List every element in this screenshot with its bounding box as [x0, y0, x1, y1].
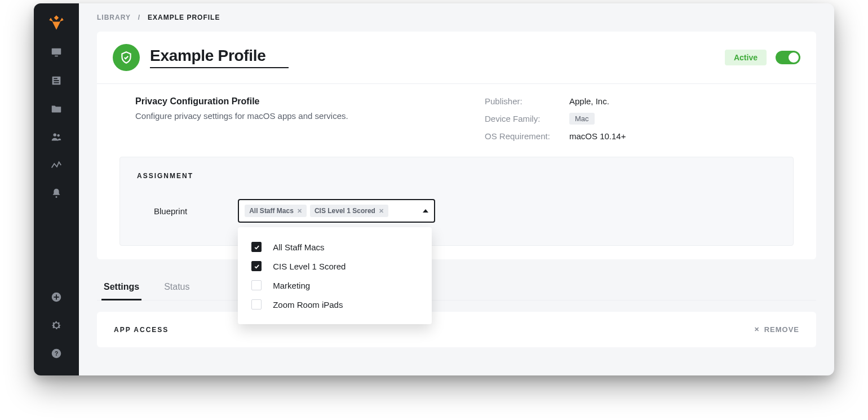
- svg-point-6: [54, 134, 57, 137]
- status-badge: Active: [725, 50, 767, 65]
- checkbox-checked-icon[interactable]: [251, 242, 262, 252]
- shield-icon: [113, 44, 140, 71]
- breadcrumb-separator: /: [138, 14, 140, 21]
- svg-text:?: ?: [55, 351, 58, 357]
- dropdown-option-label: All Staff Macs: [273, 242, 324, 252]
- chip-remove-icon[interactable]: ✕: [379, 207, 384, 215]
- chip-remove-icon[interactable]: ✕: [297, 207, 302, 215]
- assignment-row: Blueprint All Staff Macs ✕ CIS Level 1 S…: [137, 199, 776, 223]
- active-toggle[interactable]: [776, 51, 800, 64]
- activity-icon[interactable]: [50, 159, 63, 171]
- gear-icon[interactable]: [50, 319, 63, 331]
- dropdown-option-label: Zoom Room iPads: [273, 300, 343, 310]
- profile-description: Privacy Configuration Profile Configure …: [135, 96, 451, 141]
- profile-card: Example Profile Active Privacy Configura…: [97, 32, 816, 259]
- dropdown-option[interactable]: CIS Level 1 Scored: [238, 257, 432, 276]
- help-icon[interactable]: ?: [50, 347, 63, 360]
- dropdown-option-label: CIS Level 1 Scored: [273, 262, 346, 271]
- svg-point-7: [57, 134, 59, 136]
- svg-rect-3: [54, 78, 57, 79]
- remove-button-label: REMOVE: [764, 325, 799, 334]
- dropdown-option[interactable]: Marketing: [238, 276, 432, 295]
- blueprint-chip-label: All Staff Macs: [249, 207, 294, 215]
- breadcrumb: LIBRARY / EXAMPLE PROFILE: [79, 3, 834, 32]
- profile-details: Publisher: Apple, Inc. Device Family: Ma…: [485, 96, 721, 141]
- breadcrumb-current: EXAMPLE PROFILE: [148, 14, 220, 21]
- sidebar-nav-top: [50, 46, 63, 291]
- svg-point-8: [56, 196, 57, 198]
- publisher-label: Publisher:: [485, 96, 569, 106]
- svg-rect-1: [55, 56, 58, 57]
- svg-rect-4: [54, 80, 59, 81]
- bee-icon: [47, 13, 66, 32]
- tabs: Settings Status: [97, 276, 816, 300]
- os-req-value: macOS 10.14+: [569, 131, 721, 141]
- dropdown-option-label: Marketing: [273, 281, 310, 290]
- app-logo[interactable]: [46, 12, 67, 33]
- add-icon[interactable]: [50, 291, 63, 303]
- content-area: LIBRARY / EXAMPLE PROFILE Example Profil…: [79, 3, 834, 375]
- app-access-card: APP ACCESS ✕ REMOVE: [97, 312, 816, 347]
- folder-icon[interactable]: [50, 103, 63, 115]
- breadcrumb-root[interactable]: LIBRARY: [97, 14, 131, 21]
- device-family-chip: Mac: [569, 113, 595, 125]
- page-title[interactable]: Example Profile: [150, 47, 289, 68]
- close-icon: ✕: [754, 326, 760, 333]
- checkbox-checked-icon[interactable]: [251, 261, 262, 271]
- blueprint-chip-label: CIS Level 1 Scored: [315, 207, 375, 215]
- dropdown-option[interactable]: All Staff Macs: [238, 237, 432, 257]
- profile-meta: Privacy Configuration Profile Configure …: [97, 84, 816, 157]
- caret-up-icon: [423, 209, 428, 213]
- blueprint-chip: All Staff Macs ✕: [245, 205, 307, 217]
- svg-rect-5: [54, 82, 59, 83]
- profile-description-text: Configure privacy settings for macOS app…: [135, 111, 451, 121]
- os-req-label: OS Requirement:: [485, 131, 569, 141]
- checkbox-unchecked-icon[interactable]: [251, 299, 262, 310]
- checkbox-unchecked-icon[interactable]: [251, 280, 262, 290]
- publisher-value: Apple, Inc.: [569, 96, 721, 106]
- blueprint-dropdown: All Staff Macs CIS Level 1 Scored Mark: [238, 227, 432, 324]
- profile-header: Example Profile Active: [97, 32, 816, 84]
- sidebar: ?: [34, 3, 79, 375]
- svg-rect-11: [54, 297, 59, 298]
- blueprint-select[interactable]: All Staff Macs ✕ CIS Level 1 Scored ✕: [238, 199, 435, 223]
- assignment-heading: ASSIGNMENT: [137, 172, 776, 180]
- tab-status[interactable]: Status: [162, 276, 192, 300]
- header-actions: Active: [725, 50, 800, 65]
- sidebar-nav-bottom: ?: [50, 291, 63, 366]
- svg-rect-0: [52, 48, 61, 55]
- profile-subtitle: Privacy Configuration Profile: [135, 96, 451, 107]
- bell-icon[interactable]: [50, 187, 63, 200]
- blueprint-label: Blueprint: [154, 206, 187, 216]
- devices-icon[interactable]: [50, 46, 63, 59]
- tabs-area: Settings Status: [97, 276, 816, 300]
- app-access-heading: APP ACCESS: [114, 326, 169, 334]
- remove-button[interactable]: ✕ REMOVE: [754, 325, 799, 334]
- assignment-panel: ASSIGNMENT Blueprint All Staff Macs ✕ CI…: [119, 157, 794, 246]
- dropdown-option[interactable]: Zoom Room iPads: [238, 295, 432, 314]
- blueprint-chip: CIS Level 1 Scored ✕: [310, 205, 388, 217]
- users-icon[interactable]: [50, 131, 63, 143]
- app-window: ? LIBRARY / EXAMPLE PROFILE Example Prof…: [34, 3, 834, 375]
- tab-settings[interactable]: Settings: [101, 276, 141, 300]
- library-icon[interactable]: [50, 74, 63, 87]
- device-family-label: Device Family:: [485, 114, 569, 123]
